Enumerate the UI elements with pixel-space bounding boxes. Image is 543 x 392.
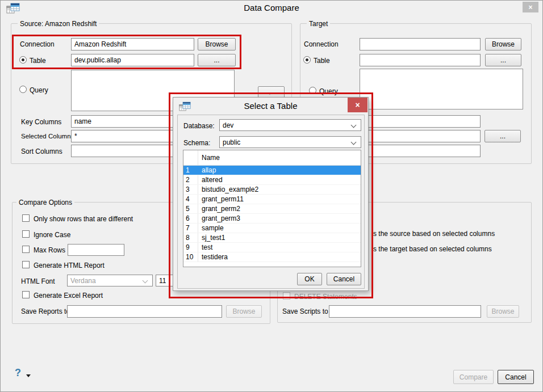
selected-columns-label: Selected Columns bbox=[21, 133, 74, 140]
target-selected-columns-input[interactable] bbox=[360, 130, 481, 142]
close-icon[interactable]: × bbox=[523, 2, 538, 12]
chevron-down-icon bbox=[351, 123, 357, 128]
compare-options-label: Compare Options bbox=[16, 199, 74, 206]
window-title: Data Compare bbox=[1, 3, 542, 12]
max-rows-input[interactable] bbox=[68, 244, 124, 256]
row-number: 9 bbox=[183, 243, 198, 252]
source-group-label: Source: Amazon Redshift bbox=[18, 20, 99, 28]
save-scripts-to-label: Save Scripts to bbox=[282, 307, 328, 315]
table-row[interactable]: 1 allap bbox=[183, 166, 361, 175]
database-select[interactable]: dev bbox=[219, 119, 361, 131]
row-name: altered bbox=[198, 176, 223, 184]
chevron-down-icon bbox=[351, 140, 357, 145]
dialog-cancel-button[interactable]: Cancel bbox=[327, 273, 361, 285]
source-connection-input[interactable] bbox=[71, 38, 194, 50]
row-name: allap bbox=[198, 166, 216, 174]
save-reports-to-input[interactable] bbox=[67, 305, 222, 318]
table-row[interactable]: 2 altered bbox=[183, 175, 361, 185]
schema-label: Schema: bbox=[183, 139, 210, 147]
html-font-label: HTML Font bbox=[21, 277, 55, 285]
help-dropdown-caret-icon[interactable] bbox=[26, 374, 31, 377]
target-query-label: Query bbox=[319, 87, 338, 95]
row-number: 1 bbox=[183, 166, 198, 175]
ignore-case-checkbox[interactable] bbox=[22, 230, 30, 238]
target-group-label: Target bbox=[307, 20, 330, 28]
generate-html-report-checkbox[interactable] bbox=[22, 261, 30, 268]
table-list: Name 1 allap 2 altered 3 bistudio_exampl… bbox=[183, 150, 361, 267]
table-row[interactable]: 10 testidera bbox=[183, 252, 361, 262]
ignore-case-label: Ignore Case bbox=[34, 231, 70, 239]
key-columns-label: Key Columns bbox=[21, 118, 61, 126]
help-icon[interactable]: ? bbox=[15, 367, 21, 379]
row-name: testidera bbox=[198, 253, 228, 261]
table-list-header: Name bbox=[183, 150, 361, 166]
save-reports-to-label: Save Reports to bbox=[21, 307, 70, 315]
source-query-radio[interactable] bbox=[19, 86, 27, 93]
cancel-button[interactable]: Cancel bbox=[498, 370, 534, 384]
source-query-label: Query bbox=[30, 86, 48, 94]
target-browse-button[interactable]: Browse bbox=[485, 38, 521, 50]
target-query-radio[interactable] bbox=[309, 87, 316, 94]
only-show-different-label: Only show rows that are different bbox=[34, 215, 133, 223]
row-number-header bbox=[183, 150, 198, 165]
schema-value: public bbox=[223, 138, 240, 146]
table-row[interactable]: 6 grant_perm3 bbox=[183, 214, 361, 224]
table-row[interactable]: 5 grant_perm2 bbox=[183, 204, 361, 214]
row-name: sample bbox=[198, 224, 224, 232]
ok-button[interactable]: OK bbox=[297, 273, 322, 285]
database-value: dev bbox=[223, 121, 233, 129]
save-scripts-to-input[interactable] bbox=[329, 305, 481, 318]
select-table-dialog: Select a Table × Database: dev Schema: p… bbox=[173, 97, 369, 291]
delete-statements-label: DELETE Statements bbox=[294, 293, 357, 301]
row-name: grant_perm3 bbox=[198, 214, 240, 222]
row-number: 5 bbox=[183, 204, 198, 213]
source-browse-button[interactable]: Browse bbox=[198, 38, 236, 50]
source-table-input[interactable] bbox=[71, 54, 194, 66]
max-rows-checkbox[interactable] bbox=[22, 246, 30, 253]
save-scripts-browse-button[interactable]: Browse bbox=[487, 305, 519, 318]
insert-target-option-fragment: s the target based on selected columns bbox=[373, 245, 492, 253]
target-table-ellipsis-button[interactable]: ... bbox=[485, 54, 521, 66]
table-row[interactable]: 8 sj_test1 bbox=[183, 233, 361, 243]
html-font-select[interactable]: Verdana bbox=[67, 275, 153, 286]
generate-excel-report-checkbox[interactable] bbox=[22, 291, 30, 298]
table-row[interactable]: 3 bistudio_example2 bbox=[183, 185, 361, 195]
source-table-ellipsis-button[interactable]: ... bbox=[198, 54, 236, 66]
target-key-columns-input[interactable] bbox=[360, 115, 481, 128]
database-label: Database: bbox=[183, 122, 215, 130]
dialog-close-icon[interactable]: × bbox=[348, 98, 367, 112]
target-connection-input[interactable] bbox=[360, 38, 481, 50]
row-number: 4 bbox=[183, 195, 198, 204]
target-table-input[interactable] bbox=[360, 54, 481, 66]
row-name: bistudio_example2 bbox=[198, 186, 258, 193]
source-table-radio[interactable] bbox=[19, 56, 27, 64]
left-arrow-icon: ← bbox=[268, 88, 275, 97]
dialog-content-panel: Database: dev Schema: public Name 1 alla… bbox=[177, 115, 365, 289]
target-sort-columns-input[interactable] bbox=[360, 145, 481, 157]
dialog-title: Select a Table bbox=[173, 101, 368, 111]
chevron-down-icon bbox=[143, 278, 148, 284]
schema-select[interactable]: public bbox=[219, 136, 361, 148]
row-number: 3 bbox=[183, 185, 198, 194]
max-rows-label: Max Rows bbox=[34, 246, 65, 254]
target-table-radio[interactable] bbox=[303, 56, 311, 64]
row-number: 10 bbox=[183, 252, 198, 262]
row-name: grant_perm11 bbox=[198, 195, 244, 203]
table-row[interactable]: 9 test bbox=[183, 243, 361, 252]
name-column-header: Name bbox=[198, 154, 220, 162]
generate-excel-report-label: Generate Excel Report bbox=[34, 292, 103, 300]
target-table-label: Table bbox=[314, 57, 330, 65]
html-font-value: Verdana bbox=[70, 277, 96, 285]
target-selected-columns-ellipsis-button[interactable]: ... bbox=[484, 130, 521, 142]
row-number: 8 bbox=[183, 233, 198, 242]
delete-statements-checkbox[interactable] bbox=[283, 292, 290, 300]
save-reports-browse-button[interactable]: Browse bbox=[226, 305, 262, 318]
compare-button[interactable]: Compare bbox=[453, 370, 494, 384]
row-name: grant_perm2 bbox=[198, 205, 240, 213]
target-query-textarea[interactable] bbox=[360, 69, 523, 109]
only-show-different-checkbox[interactable] bbox=[22, 214, 30, 222]
table-row[interactable]: 7 sample bbox=[183, 224, 361, 233]
data-compare-window: Data Compare × Source: Amazon Redshift C… bbox=[0, 0, 543, 392]
table-row[interactable]: 4 grant_perm11 bbox=[183, 195, 361, 204]
generate-html-report-label: Generate HTML Report bbox=[34, 262, 105, 269]
